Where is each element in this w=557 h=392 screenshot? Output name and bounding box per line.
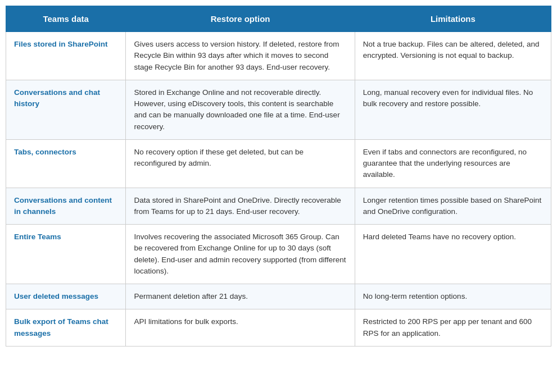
cell-limitations: Even if tabs and connectors are reconfig…	[355, 139, 551, 188]
table-row: User deleted messagesPermanent deletion …	[6, 284, 551, 309]
col-header-limitations: Limitations	[355, 6, 551, 32]
cell-teams-data: Files stored in SharePoint	[6, 32, 126, 80]
cell-limitations: No long-term retention options.	[355, 284, 551, 309]
cell-teams-data: Conversations and content in channels	[6, 188, 126, 225]
cell-restore-option: Gives users access to version history. I…	[126, 32, 355, 80]
table-row: Conversations and chat historyStored in …	[6, 80, 551, 139]
cell-restore-option: API limitations for bulk exports.	[126, 309, 355, 347]
cell-teams-data: Conversations and chat history	[6, 80, 126, 139]
table-row: Conversations and content in channelsDat…	[6, 188, 551, 225]
cell-restore-option: Permanent deletion after 21 days.	[126, 284, 355, 309]
table-header-row: Teams data Restore option Limitations	[6, 6, 551, 32]
cell-limitations: Restricted to 200 RPS per app per tenant…	[355, 309, 551, 347]
cell-restore-option: No recovery option if these get deleted,…	[126, 139, 355, 188]
table-row: Entire TeamsInvolves recovering the asso…	[6, 225, 551, 284]
col-header-teams-data: Teams data	[6, 6, 126, 32]
table-row: Tabs, connectorsNo recovery option if th…	[6, 139, 551, 188]
cell-teams-data: Bulk export of Teams chat messages	[6, 309, 126, 347]
table-row: Files stored in SharePointGives users ac…	[6, 32, 551, 80]
cell-restore-option: Involves recovering the associated Micro…	[126, 225, 355, 284]
teams-restore-table: Teams data Restore option Limitations Fi…	[6, 6, 551, 347]
cell-restore-option: Stored in Exchange Online and not recove…	[126, 80, 355, 139]
col-header-restore-option: Restore option	[126, 6, 355, 32]
cell-restore-option: Data stored in SharePoint and OneDrive. …	[126, 188, 355, 225]
cell-limitations: Longer retention times possible based on…	[355, 188, 551, 225]
cell-limitations: Long, manual recovery even for individua…	[355, 80, 551, 139]
table-row: Bulk export of Teams chat messagesAPI li…	[6, 309, 551, 347]
cell-teams-data: User deleted messages	[6, 284, 126, 309]
cell-limitations: Hard deleted Teams have no recovery opti…	[355, 225, 551, 284]
cell-teams-data: Entire Teams	[6, 225, 126, 284]
cell-teams-data: Tabs, connectors	[6, 139, 126, 188]
cell-limitations: Not a true backup. Files can be altered,…	[355, 32, 551, 80]
